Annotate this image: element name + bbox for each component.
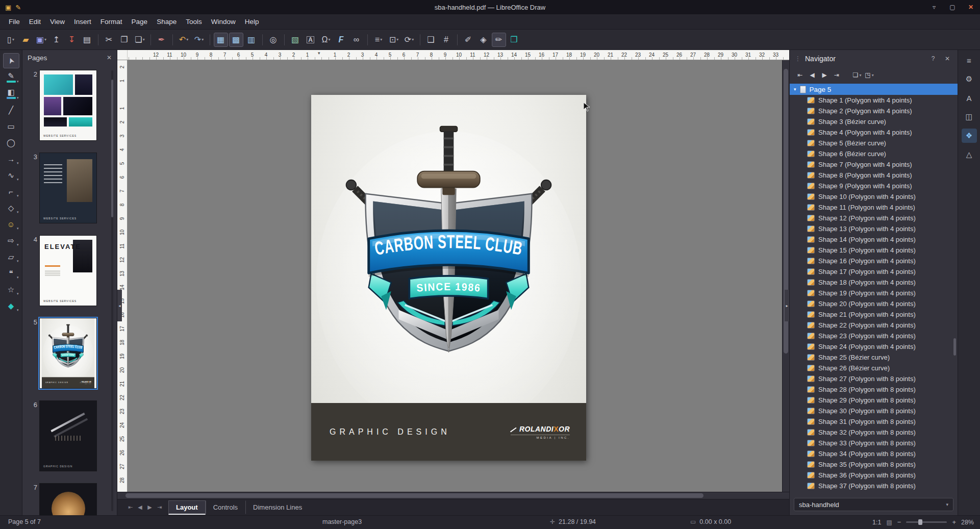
navigator-shape-row[interactable]: Shape 27 (Polygon with 8 points) [790, 373, 958, 384]
navigator-shape-row[interactable]: Shape 9 (Polygon with 4 points) [790, 181, 958, 191]
toolbar-zoom-pan[interactable]: ◎ [266, 33, 281, 47]
toolbar-fontwork[interactable]: F [334, 33, 348, 47]
draw-basic-shapes[interactable]: ◇ ▾ [3, 200, 19, 215]
navigator-show-shapes-button[interactable]: ◳▾ [863, 69, 875, 81]
navigator-shape-row[interactable]: Shape 28 (Polygon with 8 points) [790, 384, 958, 395]
navigator-shape-row[interactable]: Shape 8 (Polygon with 4 points) [790, 170, 958, 181]
toolbar-undo[interactable]: ↶▾ [177, 33, 191, 47]
navigator-shape-row[interactable]: Shape 30 (Polygon with 8 points) [790, 406, 958, 416]
toolbar-print[interactable]: ▤ [80, 33, 94, 47]
navigator-close-button[interactable]: ✕ [942, 55, 952, 62]
navigator-shape-row[interactable]: Shape 34 (Polygon with 8 points) [790, 448, 958, 459]
page-4-thumbnail[interactable]: ELEVATE WEBSITE SERVICES [40, 236, 96, 306]
navigator-shape-row[interactable]: Shape 21 (Polygon with 4 points) [790, 309, 958, 320]
menu-item[interactable]: File [4, 16, 24, 28]
page-3-thumbnail[interactable]: WEBSITE SERVICES [40, 153, 96, 223]
navigator-shape-row[interactable]: Shape 11 (Polygon with 4 points) [790, 202, 958, 213]
document-selector-dropdown[interactable]: sba-handheld ▾ [794, 498, 953, 511]
navigator-shape-row[interactable]: Shape 31 (Polygon with 8 points) [790, 416, 958, 427]
previous-page-tab-button[interactable]: ◀ [135, 504, 145, 511]
toolbar-snap-to-grid[interactable]: ▩ [229, 33, 243, 47]
navigator-shape-row[interactable]: Shape 29 (Polygon with 8 points) [790, 395, 958, 406]
next-page-tab-button[interactable]: ▶ [145, 504, 155, 511]
toolbar-insert-text-box[interactable]: A [304, 33, 318, 47]
zoom-in-button[interactable]: + [952, 518, 956, 526]
toolbar-show-draw-functions[interactable]: ✏ [492, 33, 506, 47]
navigator-shape-row[interactable]: Shape 14 (Polygon with 4 points) [790, 234, 958, 245]
pages-scrollbar-thumb[interactable] [111, 80, 113, 217]
menu-item[interactable]: Format [96, 16, 127, 28]
draw-connectors[interactable]: ⌐ ▾ [3, 184, 19, 199]
toolbar-shadow[interactable]: ❑ [424, 33, 438, 47]
navigator-shape-row[interactable]: Shape 36 (Polygon with 8 points) [790, 470, 958, 481]
draw-insert-line[interactable]: ╱ [3, 102, 19, 117]
close-button[interactable]: ✕ [962, 0, 980, 14]
toolbar-clone-formatting[interactable]: ✒ [155, 33, 169, 47]
horizontal-scrollbar[interactable] [117, 492, 789, 499]
draw-fill-color[interactable]: ◧ ▾ [3, 86, 19, 101]
navigator-first-page-button[interactable]: ⇤ [794, 69, 806, 81]
navigator-last-page-button[interactable]: ⇥ [831, 69, 843, 81]
navigator-shape-row[interactable]: Shape 25 (Bézier curve) [790, 352, 958, 363]
minimize-button[interactable]: ▿ [925, 0, 943, 14]
draw-select[interactable]: ➤ [3, 53, 19, 68]
menu-item[interactable]: Tools [181, 16, 207, 28]
draw-block-arrows[interactable]: ⇨ ▾ [3, 233, 19, 248]
toolbar-cut[interactable]: ✂ [102, 33, 116, 47]
navigator-shape-row[interactable]: Shape 1 (Polygon with 4 points) [790, 95, 958, 106]
zoom-slider[interactable] [906, 521, 947, 523]
hide-pages-panel-handle[interactable]: ◂ [117, 290, 122, 321]
layer-tab[interactable]: Dimension Lines [245, 500, 310, 514]
menu-item[interactable]: Window [207, 16, 240, 28]
page-6-thumbnail[interactable]: GRAPHIC DESIGN [40, 401, 96, 471]
sidebar-tab-shapes[interactable]: △ [962, 147, 977, 162]
navigator-shape-row[interactable]: Shape 17 (Polygon with 4 points) [790, 266, 958, 277]
navigator-shape-row[interactable]: Shape 19 (Polygon with 4 points) [790, 288, 958, 298]
toolbar-copy[interactable]: ❐ [117, 33, 132, 47]
draw-rectangle[interactable]: ▭ [3, 118, 19, 134]
menu-item[interactable]: Help [240, 16, 264, 28]
navigator-shape-row[interactable]: Shape 15 (Polygon with 4 points) [790, 245, 958, 256]
navigator-page-node[interactable]: ▾ Page 5 [790, 84, 958, 95]
pages-scrollbar[interactable] [111, 70, 113, 511]
navigator-shape-row[interactable]: Shape 26 (Bézier curve) [790, 363, 958, 373]
navigator-shape-row[interactable]: Shape 35 (Polygon with 8 points) [790, 459, 958, 470]
pages-panel-close-button[interactable]: ✕ [107, 54, 112, 61]
toolbar-crop-image[interactable]: # [439, 33, 454, 47]
navigator-shape-row[interactable]: Shape 7 (Polygon with 4 points) [790, 159, 958, 170]
navigator-previous-page-button[interactable]: ◀ [806, 69, 818, 81]
draw-lines-and-arrows[interactable]: → ▾ [3, 151, 19, 166]
toolbar-helplines[interactable]: ▥ [244, 33, 259, 47]
menu-item[interactable]: View [45, 16, 69, 28]
toolbar-insert-image[interactable]: ▧ [288, 33, 303, 47]
canvas-viewport[interactable]: CARBON STEEL CLUB SINCE 1986 GRAPHIC DES… [128, 60, 782, 492]
navigator-shape-row[interactable]: Shape 32 (Polygon with 8 points) [790, 427, 958, 438]
zoom-slider-thumb[interactable] [918, 519, 922, 525]
page-7-thumbnail[interactable] [40, 484, 96, 515]
page-5-thumbnail[interactable]: CARBON STEEL CLUB SINCE 1986 GRAPHIC DES… [40, 318, 96, 388]
vertical-scrollbar[interactable] [782, 60, 789, 492]
navigator-scrollbar-thumb[interactable] [953, 338, 956, 356]
toolbar-save[interactable]: ▣▾ [34, 33, 48, 47]
navigator-shape-row[interactable]: Shape 4 (Polygon with 4 points) [790, 127, 958, 138]
navigator-shape-row[interactable]: Shape 37 (Polygon with 8 points) [790, 481, 958, 491]
menu-item[interactable]: Shape [152, 16, 181, 28]
toolbar-new-document[interactable]: ▯▾ [4, 33, 18, 47]
navigator-help-button[interactable]: ? [928, 55, 938, 62]
navigator-shape-row[interactable]: Shape 13 (Polygon with 4 points) [790, 223, 958, 234]
collapse-chevron-icon[interactable]: ▾ [794, 87, 796, 92]
navigator-shape-row[interactable]: Shape 20 (Polygon with 4 points) [790, 298, 958, 309]
menu-item[interactable]: Page [127, 16, 153, 28]
navigator-shape-row[interactable]: Shape 24 (Polygon with 4 points) [790, 341, 958, 352]
navigator-shape-row[interactable]: Shape 5 (Bézier curve) [790, 138, 958, 148]
draw-ellipse[interactable]: ◯ [3, 135, 19, 150]
navigator-shape-row[interactable]: Shape 10 (Polygon with 4 points) [790, 191, 958, 202]
sidebar-tab-styles[interactable]: A [962, 91, 977, 105]
navigator-shape-row[interactable]: Shape 22 (Polygon with 4 points) [790, 320, 958, 331]
draw-callouts[interactable]: ❝ ▾ [3, 265, 19, 281]
toolbar-toggle-extrusion[interactable]: ❒ [507, 33, 521, 47]
toolbar-edit-points[interactable]: ✐ [461, 33, 475, 47]
toolbar-hyperlink[interactable]: ∞ [349, 33, 364, 47]
last-page-tab-button[interactable]: ⇥ [155, 504, 164, 511]
menu-item[interactable]: Insert [69, 16, 96, 28]
